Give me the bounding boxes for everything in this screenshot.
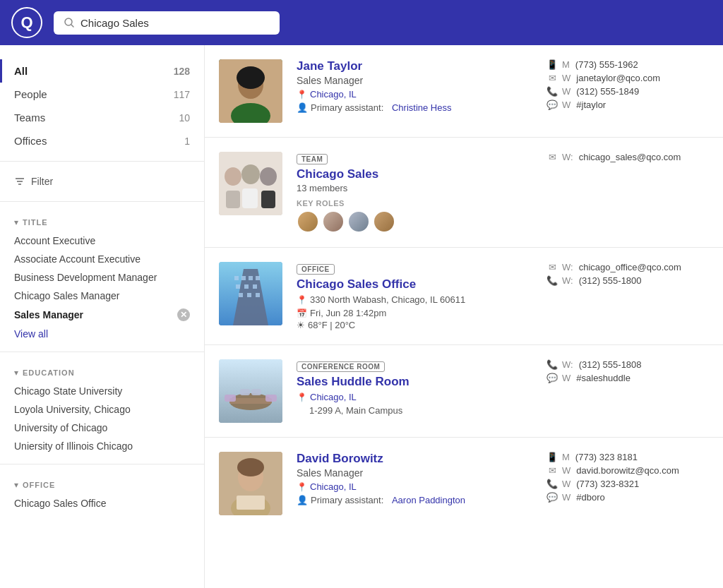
- david-borowitz-name[interactable]: David Borowitz: [297, 452, 532, 466]
- office-chevron-icon: ▾: [14, 480, 18, 490]
- svg-rect-26: [247, 293, 251, 297]
- assistant-icon: 👤: [297, 102, 308, 113]
- svg-point-8: [237, 66, 265, 89]
- office-section-header[interactable]: ▾ OFFICE: [0, 473, 204, 494]
- person-photo-jane: [219, 59, 282, 123]
- office-address: 📍 330 North Wabash, Chicago, IL 60611: [297, 294, 532, 305]
- filter-option-bdm[interactable]: Business Development Manager: [0, 268, 204, 287]
- office-badge: OFFICE: [297, 264, 335, 275]
- result-card-sales-huddle-room: CONFERENCE ROOM Sales Huddle Room 📍 Chic…: [205, 345, 723, 438]
- svg-rect-38: [237, 496, 265, 510]
- result-card-chicago-sales-office: OFFICE Chicago Sales Office 📍 330 North …: [205, 248, 723, 345]
- search-input[interactable]: Chicago Sales: [80, 17, 270, 29]
- title-chevron-icon: ▾: [14, 217, 18, 227]
- app-logo[interactable]: Q: [11, 7, 42, 38]
- david-contact-row-0: 📱 M (773) 323 8181: [546, 452, 709, 462]
- david-contact-row-3: 💬 W #dboro: [546, 492, 709, 503]
- sidebar-item-offices[interactable]: Offices 1: [0, 129, 204, 152]
- team-badge: TEAM: [297, 154, 328, 164]
- location-icon: 📍: [297, 90, 307, 100]
- room-location: 📍 Chicago, IL: [297, 392, 532, 402]
- room-contact-row-1: 💬 W #saleshuddle: [546, 373, 709, 383]
- filter-option-ae[interactable]: Account Executive: [0, 232, 204, 250]
- david-photo-svg: [219, 452, 282, 515]
- svg-rect-21: [256, 276, 260, 280]
- chicago-sales-team-name[interactable]: Chicago Sales: [297, 167, 532, 181]
- key-role-avatar-2: [322, 210, 345, 233]
- filter-option-cso[interactable]: Chicago Sales Office: [0, 494, 204, 512]
- results-list: Jane Taylor Sales Manager 📍 Chicago, IL …: [205, 45, 723, 588]
- filter-option-uc[interactable]: University of Chicago: [0, 419, 204, 437]
- jane-taylor-contacts: 📱 M (773) 555-1962 ✉ W janetaylor@qco.co…: [546, 59, 709, 113]
- chicago-sales-office-contacts: ✉ W: chicago_office@qco.com 📞 W: (312) 5…: [546, 262, 709, 289]
- team-contact-row-0: ✉ W: chicago_sales@qco.com: [546, 152, 709, 162]
- phone-icon: 📞: [546, 86, 558, 97]
- svg-rect-31: [225, 395, 236, 402]
- filter-option-aae[interactable]: Associate Account Executive: [0, 250, 204, 268]
- office-email-icon: ✉: [546, 262, 558, 272]
- title-section-header[interactable]: ▾ TITLE: [0, 210, 204, 232]
- filter-option-luc[interactable]: Loyola University, Chicago: [0, 400, 204, 419]
- jane-taylor-assistant: 👤 Primary assistant: Christine Hess: [297, 102, 532, 113]
- svg-rect-24: [253, 284, 257, 289]
- filter-icon: [14, 176, 25, 187]
- room-location-icon: 📍: [297, 392, 307, 402]
- david-skype-icon: 💬: [546, 492, 558, 503]
- office-phone-icon: 📞: [546, 275, 558, 286]
- sidebar-divider-4: [0, 464, 204, 464]
- team-photo: [219, 152, 282, 215]
- office-contact-row-1: 📞 W: (312) 555-1800: [546, 275, 709, 286]
- svg-rect-19: [241, 276, 246, 280]
- david-contact-row-2: 📞 W (773) 323-8321: [546, 479, 709, 489]
- key-roles-avatars: [297, 210, 532, 233]
- david-borowitz-title: Sales Manager: [297, 467, 532, 479]
- room-photo: [219, 359, 282, 423]
- sidebar-item-people[interactable]: People 117: [0, 83, 204, 106]
- weather-icon: ☀: [297, 320, 305, 330]
- skype-icon: 💬: [546, 100, 558, 110]
- svg-rect-32: [240, 389, 250, 395]
- sidebar-item-teams[interactable]: Teams 10: [0, 106, 204, 129]
- sales-huddle-room-name[interactable]: Sales Huddle Room: [297, 375, 532, 389]
- contact-row-3: 💬 W #jtaylor: [546, 100, 709, 110]
- chicago-sales-office-name[interactable]: Chicago Sales Office: [297, 277, 532, 292]
- jane-taylor-info: Jane Taylor Sales Manager 📍 Chicago, IL …: [297, 59, 532, 113]
- svg-rect-27: [256, 293, 260, 297]
- view-all-title[interactable]: View all: [0, 325, 204, 343]
- svg-rect-15: [261, 191, 275, 208]
- person-photo-david: [219, 452, 282, 515]
- result-card-david-borowitz: David Borowitz Sales Manager 📍 Chicago, …: [205, 438, 723, 529]
- svg-point-39: [237, 458, 264, 476]
- result-card-jane-taylor: Jane Taylor Sales Manager 📍 Chicago, IL …: [205, 45, 723, 138]
- jane-assistant-link[interactable]: Christine Hess: [392, 102, 452, 113]
- jane-taylor-name[interactable]: Jane Taylor: [297, 59, 532, 73]
- remove-filter-sm[interactable]: ✕: [177, 308, 190, 321]
- svg-rect-25: [239, 293, 243, 297]
- chicago-sales-office-info: OFFICE Chicago Sales Office 📍 330 North …: [297, 262, 532, 330]
- education-section-header[interactable]: ▾ EDUCATION: [0, 361, 204, 382]
- sidebar-item-all[interactable]: All 128: [0, 59, 204, 83]
- room-skype-icon: 💬: [546, 373, 558, 383]
- room-detail: 1-299 A, Main Campus: [297, 405, 532, 416]
- svg-rect-20: [249, 276, 253, 280]
- filter-option-csu[interactable]: Chicago State University: [0, 382, 204, 400]
- david-email-icon: ✉: [546, 465, 558, 476]
- svg-point-14: [260, 167, 277, 186]
- filter-option-sm[interactable]: Sales Manager ✕: [0, 305, 204, 325]
- filter-button[interactable]: Filter: [0, 170, 204, 193]
- sidebar-divider-3: [0, 352, 204, 352]
- sidebar: All 128 People 117 Teams 10 Offices 1: [0, 45, 205, 588]
- filter-option-csm[interactable]: Chicago Sales Manager: [0, 287, 204, 305]
- category-filters: All 128 People 117 Teams 10 Offices 1: [0, 59, 204, 152]
- result-card-chicago-sales-team: TEAM Chicago Sales 13 members KEY ROLES …: [205, 138, 723, 248]
- team-photo-svg: [219, 152, 282, 215]
- contact-row-2: 📞 W (312) 555-1849: [546, 86, 709, 97]
- filter-option-uic[interactable]: Uniersity of Illinois Chicago: [0, 437, 204, 455]
- contact-row-0: 📱 M (773) 555-1962: [546, 59, 709, 70]
- david-assistant-link[interactable]: Aaron Paddington: [392, 495, 465, 505]
- svg-rect-23: [244, 284, 249, 289]
- david-borowitz-info: David Borowitz Sales Manager 📍 Chicago, …: [297, 452, 532, 505]
- search-icon: [64, 17, 75, 28]
- svg-rect-13: [242, 188, 258, 208]
- svg-rect-28: [219, 359, 282, 423]
